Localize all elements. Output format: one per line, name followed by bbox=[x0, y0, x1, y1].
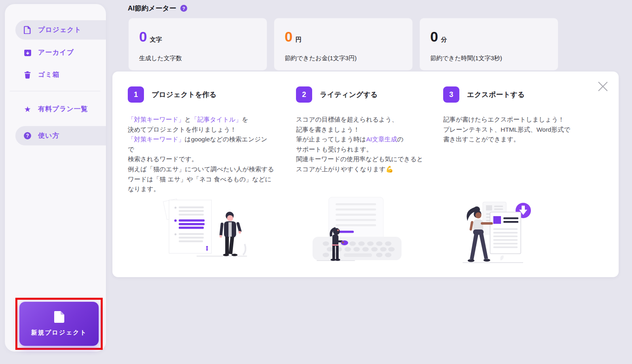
sidebar-item-label: 使い方 bbox=[38, 131, 59, 140]
sidebar-item-projects[interactable]: プロジェクト bbox=[15, 20, 106, 40]
step-export: 3 エクスポートする 記事が書けたらエクスポートしましょう！プレーンテキスト、H… bbox=[443, 86, 603, 145]
stat-caption: 生成した文字数 bbox=[139, 55, 256, 62]
sidebar-item-archive[interactable]: アーカイブ bbox=[15, 43, 106, 62]
sidebar-item-trash[interactable]: ゴミ箱 bbox=[15, 65, 106, 84]
stat-card-time: 0 分 節約できた時間(1文字3秒) bbox=[420, 18, 558, 70]
export-illustration bbox=[455, 200, 536, 265]
step-number-badge: 2 bbox=[296, 86, 312, 103]
step-number-badge: 1 bbox=[128, 86, 144, 103]
stat-value: 0 bbox=[139, 29, 147, 44]
step-title: プロジェクトを作る bbox=[152, 90, 217, 99]
sidebar-item-label: 有料プラン一覧 bbox=[38, 105, 88, 114]
sidebar: プロジェクト アーカイブ ゴミ箱 ★ 有料プラン一覧 ? 使い方 新規プロジェク… bbox=[5, 4, 106, 351]
stat-caption: 節約できたお金(1文字3円) bbox=[285, 55, 402, 62]
stat-value: 0 bbox=[430, 29, 438, 44]
writing-illustration bbox=[306, 195, 408, 264]
help-icon[interactable]: ? bbox=[180, 5, 187, 12]
trash-icon bbox=[23, 71, 32, 79]
stat-unit: 文字 bbox=[150, 36, 162, 44]
step-title: エクスポートする bbox=[467, 90, 525, 99]
step-writing: 2 ライティングする スコアの目標値を超えられるよう、記事を書きましょう！筆が止… bbox=[296, 86, 456, 175]
sidebar-item-how-to-use[interactable]: ? 使い方 bbox=[15, 126, 106, 145]
sidebar-item-paid-plans[interactable]: ★ 有料プラン一覧 bbox=[15, 99, 106, 119]
sidebar-item-label: アーカイブ bbox=[38, 48, 74, 57]
onboarding-panel: 1 プロジェクトを作る 「対策キーワード」と「記事タイトル」を決めてプロジェクト… bbox=[112, 72, 619, 277]
document-icon bbox=[23, 26, 32, 34]
new-document-icon bbox=[54, 311, 64, 323]
step-description: 「対策キーワード」と「記事タイトル」を決めてプロジェクトを作りましょう！「対策キ… bbox=[128, 115, 287, 194]
stat-caption: 節約できた時間(1文字3秒) bbox=[430, 55, 547, 62]
stat-value: 0 bbox=[285, 29, 292, 44]
sidebar-divider bbox=[10, 91, 100, 91]
new-project-button[interactable]: 新規プロジェクト bbox=[19, 302, 99, 346]
meter-header: AI節約メーター ? bbox=[128, 4, 187, 13]
step-number-badge: 3 bbox=[443, 86, 459, 103]
archive-icon bbox=[23, 48, 32, 57]
stat-card-characters: 0 文字 生成した文字数 bbox=[129, 18, 267, 70]
stat-card-money: 0 円 節約できたお金(1文字3円) bbox=[274, 18, 412, 70]
sidebar-item-label: プロジェクト bbox=[38, 25, 81, 34]
stat-unit: 円 bbox=[295, 36, 301, 44]
page-title: AI節約メーター bbox=[128, 4, 176, 13]
step-title: ライティングする bbox=[320, 90, 378, 99]
sidebar-item-label: ゴミ箱 bbox=[38, 70, 59, 79]
stat-unit: 分 bbox=[441, 36, 447, 44]
annotation-highlight-box: 新規プロジェクト bbox=[15, 298, 103, 350]
step-description: スコアの目標値を超えられるよう、記事を書きましょう！筆が止まってしまう時はAI文… bbox=[296, 115, 456, 175]
help-circle-icon: ? bbox=[23, 132, 32, 140]
step-description: 記事が書けたらエクスポートしましょう！プレーンテキスト、HTML形式、Word形… bbox=[443, 115, 603, 145]
create-project-illustration bbox=[160, 197, 261, 265]
new-project-label: 新規プロジェクト bbox=[31, 329, 87, 337]
star-icon: ★ bbox=[23, 105, 32, 113]
step-create-project: 1 プロジェクトを作る 「対策キーワード」と「記事タイトル」を決めてプロジェクト… bbox=[128, 86, 287, 194]
